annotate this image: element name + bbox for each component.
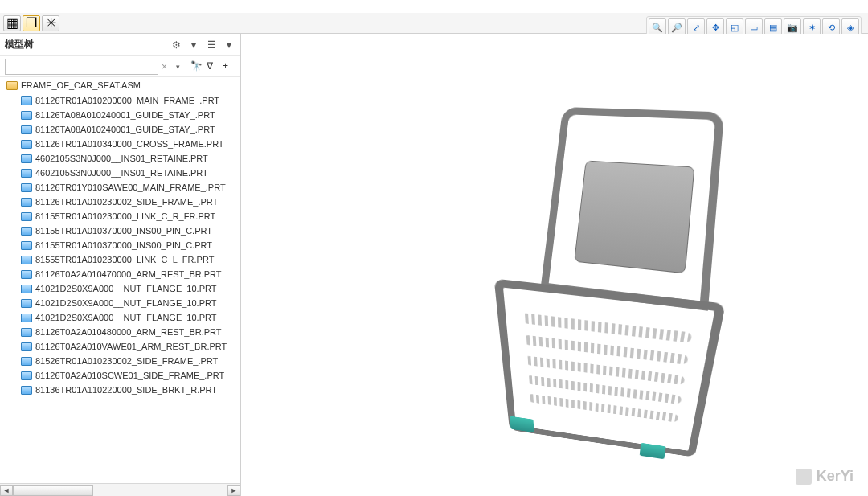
- part-icon: [21, 227, 32, 236]
- tree-item-label: 81126TR01A010340000_CROSS_FRAME.PRT: [35, 139, 224, 149]
- tree-item[interactable]: 81126T0A2A010470000_ARM_REST_BR.PRT: [0, 267, 240, 281]
- top-menu: m: [0, 0, 868, 13]
- settings-icon[interactable]: ⚙: [170, 39, 182, 51]
- tree-item-label: 41021D2S0X9A000__NUT_FLANGE_10.PRT: [35, 284, 216, 293]
- tree-item[interactable]: 4602105S3N0J000__INS01_RETAINE.PRT: [0, 151, 240, 166]
- tree-item[interactable]: 4602105S3N0J000__INS01_RETAINE.PRT: [0, 166, 240, 180]
- tree-root-label: FRAME_OF_CAR_SEAT.ASM: [21, 80, 141, 90]
- tree-item-label: 81126TR01Y010SAWE00_MAIN_FRAME_.PRT: [35, 182, 226, 192]
- tree-item[interactable]: 81136TR01A110220000_SIDE_BRKT_R.PRT: [0, 383, 240, 397]
- part-icon: [21, 386, 32, 395]
- assembly-icon: [6, 81, 18, 90]
- watermark-icon: [796, 469, 812, 485]
- tree-item-label: 81155TR01A010230000_LINK_C_R_FR.PRT: [35, 211, 215, 221]
- search-input[interactable]: [5, 59, 158, 75]
- model-tree[interactable]: FRAME_OF_CAR_SEAT.ASM 81126TR01A01020000…: [0, 77, 240, 483]
- seat-frame-model: [466, 106, 755, 492]
- tree-item[interactable]: 81126TA08A010240001_GUIDE_STAY_.PRT: [0, 108, 240, 122]
- tree-item[interactable]: 41021D2S0X9A000__NUT_FLANGE_10.PRT: [0, 281, 240, 296]
- part-icon: [21, 212, 32, 221]
- part-icon: [21, 299, 32, 308]
- part-icon: [21, 328, 32, 337]
- tree-item-label: 81126TA08A010240001_GUIDE_STAY_.PRT: [35, 125, 215, 134]
- part-icon: [21, 183, 32, 192]
- binoculars-icon[interactable]: 🔭: [190, 60, 203, 73]
- tree-item-label: 81136TR01A110220000_SIDE_BRKT_R.PRT: [35, 385, 217, 395]
- tree-item[interactable]: 41021D2S0X9A000__NUT_FLANGE_10.PRT: [0, 310, 240, 325]
- sidebar-title: 模型树: [5, 38, 34, 51]
- part-icon: [21, 256, 32, 264]
- scroll-thumb[interactable]: [13, 485, 93, 496]
- tab-new-icon[interactable]: ✳: [42, 15, 59, 31]
- 3d-viewport[interactable]: KerYi: [241, 34, 868, 496]
- search-dropdown-icon[interactable]: ▾: [176, 63, 187, 71]
- add-icon[interactable]: +: [223, 60, 235, 73]
- tree-item[interactable]: 81126TR01A010230002_SIDE_FRAME_.PRT: [0, 195, 240, 209]
- tree-item[interactable]: 81155TR01A010370000_INS00_PIN_C.PRT: [0, 223, 240, 238]
- tree-root[interactable]: FRAME_OF_CAR_SEAT.ASM: [0, 77, 240, 93]
- part-icon: [21, 342, 32, 351]
- part-icon: [21, 154, 32, 163]
- clear-search-icon[interactable]: ×: [162, 61, 173, 72]
- tree-item[interactable]: 81126TR01A010340000_CROSS_FRAME.PRT: [0, 137, 240, 151]
- tree-item[interactable]: 81126TR01Y010SAWE00_MAIN_FRAME_.PRT: [0, 180, 240, 195]
- part-icon: [21, 270, 32, 279]
- part-icon: [21, 241, 32, 250]
- options-dd-icon[interactable]: ▾: [223, 39, 235, 51]
- part-icon: [21, 125, 32, 134]
- filter-icon[interactable]: ∇: [207, 60, 219, 73]
- part-icon: [21, 371, 32, 380]
- tree-item-label: 81126T0A2A010SCWE01_SIDE_FRAME_.PRT: [35, 371, 224, 380]
- scroll-right-icon[interactable]: ►: [227, 485, 240, 496]
- tree-item[interactable]: 81555TR01A010230000_LINK_C_L_FR.PRT: [0, 252, 240, 267]
- tree-item[interactable]: 81126TR01A010200000_MAIN_FRAME_.PRT: [0, 93, 240, 108]
- part-icon: [21, 285, 32, 293]
- scroll-left-icon[interactable]: ◄: [0, 485, 13, 496]
- model-tree-panel: 模型树 ⚙ ▾ ☰ ▾ × ▾ 🔭 ∇ + FRAME_OF_CAR_SEAT.…: [0, 34, 241, 496]
- tree-item-label: 41021D2S0X9A000__NUT_FLANGE_10.PRT: [35, 298, 216, 308]
- tree-item-label: 4602105S3N0J000__INS01_RETAINE.PRT: [35, 154, 208, 163]
- options-icon[interactable]: ☰: [205, 39, 218, 51]
- tree-item-label: 81126TA08A010240001_GUIDE_STAY_.PRT: [35, 110, 215, 120]
- tree-item[interactable]: 81126T0A2A010VAWE01_ARM_REST_BR.PRT: [0, 339, 240, 354]
- tree-item[interactable]: 81155TR01A010370000_INS00_PIN_C.PRT: [0, 238, 240, 252]
- tree-item[interactable]: 81126TA08A010240001_GUIDE_STAY_.PRT: [0, 122, 240, 137]
- tree-item[interactable]: 81126T0A2A010SCWE01_SIDE_FRAME_.PRT: [0, 368, 240, 383]
- tree-item-label: 81126TR01A010230002_SIDE_FRAME_.PRT: [35, 197, 218, 207]
- part-icon: [21, 357, 32, 366]
- watermark-text: KerYi: [817, 468, 854, 485]
- part-icon: [21, 140, 32, 149]
- part-icon: [21, 96, 32, 105]
- tree-item-label: 81526TR01A010230002_SIDE_FRAME_.PRT: [35, 356, 218, 366]
- part-icon: [21, 314, 32, 322]
- part-icon: [21, 111, 32, 120]
- tree-item-label: 81155TR01A010370000_INS00_PIN_C.PRT: [35, 240, 212, 250]
- watermark: KerYi: [796, 468, 854, 485]
- tree-item-label: 81155TR01A010370000_INS00_PIN_C.PRT: [35, 226, 212, 236]
- tree-item[interactable]: 81126T0A2A010480000_ARM_REST_BR.PRT: [0, 325, 240, 339]
- tree-item-label: 81126T0A2A010470000_ARM_REST_BR.PRT: [35, 269, 222, 279]
- tree-item[interactable]: 81155TR01A010230000_LINK_C_R_FR.PRT: [0, 209, 240, 223]
- list-icon[interactable]: ▾: [187, 39, 200, 51]
- tree-item[interactable]: 41021D2S0X9A000__NUT_FLANGE_10.PRT: [0, 296, 240, 310]
- tree-item-label: 81126T0A2A010VAWE01_ARM_REST_BR.PRT: [35, 342, 227, 351]
- tree-item-label: 41021D2S0X9A000__NUT_FLANGE_10.PRT: [35, 313, 216, 322]
- tree-item[interactable]: 81526TR01A010230002_SIDE_FRAME_.PRT: [0, 354, 240, 368]
- tab-layers-icon[interactable]: ▦: [3, 15, 21, 31]
- tree-item-label: 81126T0A2A010480000_ARM_REST_BR.PRT: [35, 327, 222, 337]
- tab-copy-icon[interactable]: ❐: [23, 15, 40, 31]
- tree-item-label: 81555TR01A010230000_LINK_C_L_FR.PRT: [35, 255, 214, 264]
- tree-item-label: 81126TR01A010200000_MAIN_FRAME_.PRT: [35, 96, 219, 105]
- part-icon: [21, 198, 32, 207]
- part-icon: [21, 169, 32, 178]
- h-scrollbar[interactable]: ◄ ►: [0, 483, 240, 496]
- tree-item-label: 4602105S3N0J000__INS01_RETAINE.PRT: [35, 168, 208, 178]
